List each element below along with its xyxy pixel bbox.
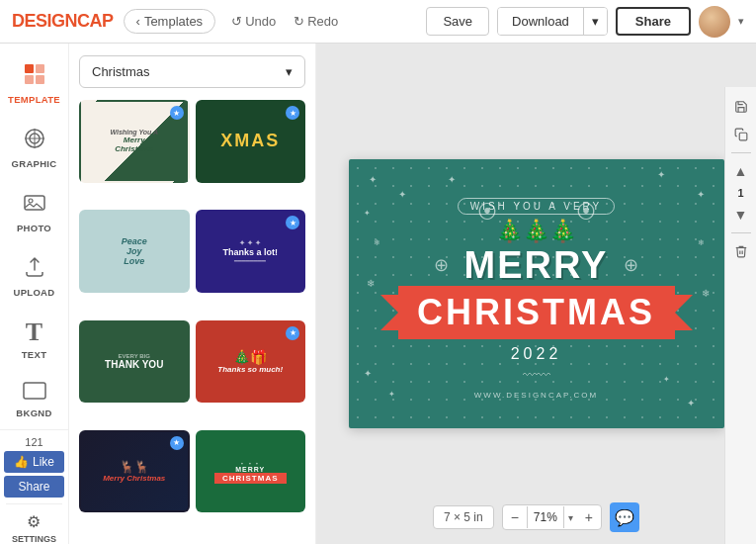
header-right: Save Download ▾ Share ▾ — [426, 6, 744, 38]
text-label: TEXT — [22, 349, 46, 360]
sidebar-item-template[interactable]: TEMPLATE — [0, 52, 68, 115]
ornament-right-2: ⊕ — [624, 254, 638, 276]
sidebar-item-upload[interactable]: UPLOAD — [0, 245, 68, 308]
chevron-left-icon: ‹ — [136, 14, 140, 29]
premium-badge-2: ★ — [286, 106, 299, 120]
ornament-row: ⦿ ⦿ — [477, 201, 596, 224]
sidebar-item-settings[interactable]: ⚙ SETTINGS — [6, 503, 62, 544]
back-label: Templates — [144, 14, 203, 29]
thumbs-up-icon: 👍 — [14, 455, 29, 469]
dimensions-label: 7 × 5 in — [433, 505, 494, 529]
template-icon — [23, 62, 46, 90]
premium-badge-1: ★ — [170, 106, 184, 120]
zoom-in-button[interactable]: + — [577, 505, 601, 529]
delete-button[interactable] — [729, 239, 753, 263]
redo-button[interactable]: ↻ Redo — [288, 10, 344, 33]
template-card-1[interactable]: Wishing You A MerryChristmas ★ — [79, 100, 190, 183]
logo: DESIGNCAP — [12, 11, 114, 32]
svg-rect-3 — [36, 75, 44, 84]
svg-rect-2 — [25, 75, 34, 84]
template-card-6[interactable]: 🎄🎁 Thanks so much! ★ — [196, 320, 306, 404]
redo-icon: ↻ — [294, 14, 304, 29]
template-panel: Christmas ▾ Wishing You A MerryChristmas… — [69, 44, 316, 544]
christmas-ribbon: CHRISTMAS — [398, 286, 675, 339]
canvas[interactable]: ✦ ✦ ✦ ✦ ✦ ✦ ✦ ✦ ✦ ✦ ❄ ❄ ❄ ❄ ⦿ ⦿ WISH YOU… — [349, 159, 724, 428]
page-number: 1 — [737, 187, 743, 199]
trees-decoration: 🎄🎄🎄 — [496, 221, 576, 242]
category-dropdown[interactable]: Christmas ▾ — [79, 55, 305, 88]
year-text: 2022 — [511, 345, 562, 363]
settings-icon: ⚙ — [27, 512, 41, 531]
graphic-label: GRAPHIC — [12, 158, 57, 169]
svg-point-9 — [29, 199, 33, 203]
chevron-down-icon: ▾ — [592, 14, 599, 29]
canvas-area: ✦ ✦ ✦ ✦ ✦ ✦ ✦ ✦ ✦ ✦ ❄ ❄ ❄ ❄ ⦿ ⦿ WISH YOU… — [316, 44, 756, 544]
sidebar-item-text[interactable]: T TEXT — [0, 310, 68, 370]
logo-cap: CAP — [77, 11, 114, 31]
facebook-like-button[interactable]: 👍 Like — [4, 451, 64, 473]
chat-icon: 💬 — [615, 508, 634, 527]
undo-icon: ↺ — [231, 14, 242, 29]
christmas-text: CHRISTMAS — [417, 292, 655, 333]
template-card-7[interactable]: 🦌🦌 Merry Christmas ★ — [79, 430, 190, 513]
save-to-cloud-button[interactable] — [729, 95, 753, 119]
background-icon — [23, 382, 46, 404]
zoom-out-button[interactable]: − — [503, 505, 527, 529]
move-up-button[interactable]: ▲ — [729, 159, 753, 183]
swirl-decoration: 〰〰 — [523, 367, 550, 383]
template-card-3[interactable]: PeaceJoyLove — [79, 210, 190, 293]
svg-rect-11 — [739, 133, 747, 140]
template-label: TEMPLATE — [8, 94, 60, 105]
premium-badge-6: ★ — [286, 326, 299, 340]
sidebar-item-bkgnd[interactable]: BKGND — [0, 372, 68, 428]
sidebar-item-graphic[interactable]: GRAPHIC — [0, 117, 68, 179]
facebook-share-button[interactable]: Share — [4, 476, 64, 498]
copy-button[interactable] — [729, 123, 753, 146]
ornament-right: ⦿ — [576, 201, 596, 224]
template-card-5[interactable]: EVERY BIG THANK YOU — [79, 320, 190, 404]
sidebar-item-photo[interactable]: PHOTO — [0, 181, 68, 243]
merry-text: MERRY — [464, 246, 609, 284]
avatar[interactable] — [699, 6, 730, 38]
main-content: TEMPLATE GRAPHIC PHOTO — [0, 44, 756, 544]
ornament-left-2: ⊕ — [434, 254, 449, 276]
canvas-content: ⦿ ⦿ WISH YOU A VERY 🎄🎄🎄 ⊕ MERRY ⊕ CHRIST… — [349, 159, 724, 428]
graphic-icon — [23, 127, 46, 154]
upload-label: UPLOAD — [14, 287, 55, 298]
website-text: WWW.DESIGNCAP.COM — [474, 391, 598, 400]
undo-button[interactable]: ↺ Undo — [225, 10, 282, 33]
settings-label: SETTINGS — [12, 534, 56, 544]
photo-label: PHOTO — [17, 223, 51, 233]
avatar-image — [699, 6, 730, 38]
account-dropdown-icon[interactable]: ▾ — [738, 15, 744, 28]
zoom-control: − 71% ▾ + — [502, 504, 602, 530]
category-label: Christmas — [92, 64, 150, 79]
logo-design: DESIGN — [12, 11, 77, 31]
toolbar-divider — [731, 152, 751, 153]
share-button[interactable]: Share — [616, 7, 691, 36]
zoom-value: 71% — [527, 506, 564, 528]
download-group: Download ▾ — [497, 7, 608, 36]
back-to-templates-button[interactable]: ‹ Templates — [124, 9, 216, 34]
svg-rect-0 — [25, 64, 34, 73]
dropdown-chevron-icon: ▾ — [286, 64, 293, 79]
fb-count: 121 — [4, 436, 64, 448]
upload-icon — [23, 255, 46, 283]
save-button[interactable]: Save — [426, 7, 489, 36]
toolbar-divider-2 — [731, 232, 751, 233]
download-button[interactable]: Download — [498, 8, 583, 35]
photo-icon — [23, 191, 46, 219]
chat-button[interactable]: 💬 — [610, 502, 639, 532]
template-card-4[interactable]: ✦ ✦ ✦ Thanks a lot! ━━━━━━━━ ★ — [196, 210, 306, 293]
download-dropdown-button[interactable]: ▾ — [583, 8, 607, 35]
zoom-dropdown-icon[interactable]: ▾ — [564, 510, 577, 525]
text-icon: T — [26, 319, 42, 345]
template-grid: Wishing You A MerryChristmas ★ XMAS ★ Pe… — [69, 100, 315, 544]
icon-sidebar: TEMPLATE GRAPHIC PHOTO — [0, 44, 69, 544]
template-card-8[interactable]: ⬩ ⬩ ⬩ MERRY CHRISTMAS — [196, 430, 306, 513]
header: DESIGNCAP ‹ Templates ↺ Undo ↻ Redo Save… — [0, 0, 756, 44]
ornament-left: ⦿ — [477, 201, 497, 224]
template-card-2[interactable]: XMAS ★ — [196, 100, 306, 183]
move-down-button[interactable]: ▼ — [729, 203, 753, 227]
premium-badge-7: ★ — [170, 436, 184, 450]
